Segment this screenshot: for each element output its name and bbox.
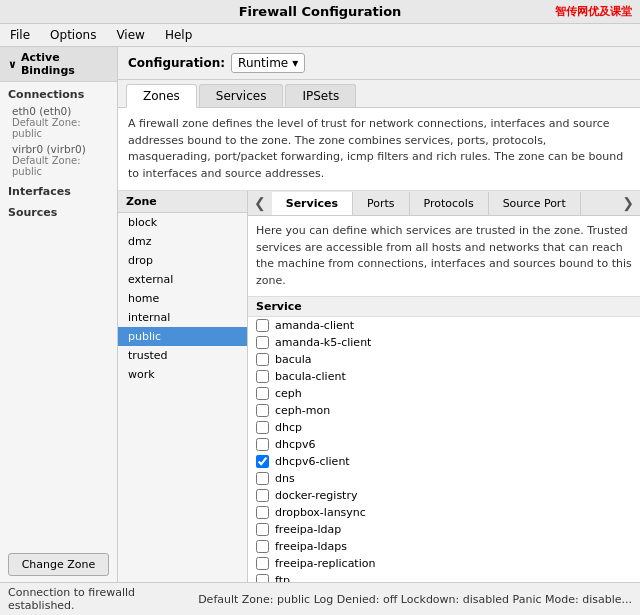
config-bar: Configuration: Runtime ▾	[118, 47, 640, 80]
zone-item[interactable]: internal	[118, 308, 247, 327]
zone-item[interactable]: block	[118, 213, 247, 232]
service-checkbox[interactable]	[256, 489, 269, 502]
service-item[interactable]: amanda-k5-client	[248, 334, 640, 351]
dropdown-arrow-icon: ▾	[292, 56, 298, 70]
config-dropdown[interactable]: Runtime ▾	[231, 53, 305, 73]
zone-item[interactable]: public	[118, 327, 247, 346]
service-item[interactable]: dhcp	[248, 419, 640, 436]
service-item[interactable]: bacula-client	[248, 368, 640, 385]
services-panel: ❮ Services Ports Protocols Source Port ❯…	[248, 191, 640, 582]
service-checkbox[interactable]	[256, 336, 269, 349]
titlebar: Firewall Configuration 智传网优及课堂	[0, 0, 640, 24]
sidebar-connections-title: Connections	[0, 82, 117, 103]
service-checkbox[interactable]	[256, 438, 269, 451]
service-label: dns	[275, 472, 295, 485]
services-tabs: ❮ Services Ports Protocols Source Port ❯	[248, 191, 640, 216]
service-item[interactable]: dns	[248, 470, 640, 487]
main-tabs: Zones Services IPSets	[118, 80, 640, 108]
service-item[interactable]: dhcpv6-client	[248, 453, 640, 470]
menu-file[interactable]: File	[4, 26, 36, 44]
service-item[interactable]: freeipa-ldaps	[248, 538, 640, 555]
service-item[interactable]: bacula	[248, 351, 640, 368]
services-tab-source-port[interactable]: Source Port	[489, 192, 581, 215]
sidebar-item-eth0[interactable]: eth0 (eth0) Default Zone: public	[0, 103, 117, 141]
service-label: bacula-client	[275, 370, 346, 383]
zone-item[interactable]: external	[118, 270, 247, 289]
service-checkbox[interactable]	[256, 574, 269, 582]
config-label: Configuration:	[128, 56, 225, 70]
service-label: ceph	[275, 387, 302, 400]
menu-options[interactable]: Options	[44, 26, 102, 44]
menu-view[interactable]: View	[110, 26, 150, 44]
tab-zones[interactable]: Zones	[126, 84, 197, 108]
service-label: bacula	[275, 353, 312, 366]
menu-help[interactable]: Help	[159, 26, 198, 44]
zone-item[interactable]: dmz	[118, 232, 247, 251]
service-item[interactable]: freeipa-replication	[248, 555, 640, 572]
zones-description: A firewall zone defines the level of tru…	[118, 108, 640, 191]
menubar: File Options View Help	[0, 24, 640, 47]
statusbar: Connection to firewalld established. Def…	[0, 582, 640, 615]
status-left: Connection to firewalld established.	[8, 586, 194, 612]
sidebar: ∨ Active Bindings Connections eth0 (eth0…	[0, 47, 118, 582]
nav-right-icon[interactable]: ❯	[616, 191, 640, 215]
main-area: ∨ Active Bindings Connections eth0 (eth0…	[0, 47, 640, 582]
nav-left-icon[interactable]: ❮	[248, 191, 272, 215]
service-label: dhcpv6	[275, 438, 316, 451]
service-label: freeipa-replication	[275, 557, 375, 570]
service-checkbox[interactable]	[256, 421, 269, 434]
service-label: ftp	[275, 574, 290, 582]
config-value: Runtime	[238, 56, 288, 70]
service-item[interactable]: docker-registry	[248, 487, 640, 504]
service-checkbox[interactable]	[256, 353, 269, 366]
sidebar-header: ∨ Active Bindings	[0, 47, 117, 82]
zone-item[interactable]: work	[118, 365, 247, 384]
service-label: docker-registry	[275, 489, 357, 502]
tab-services[interactable]: Services	[199, 84, 284, 107]
service-item[interactable]: ceph-mon	[248, 402, 640, 419]
service-list-header: Service	[248, 297, 640, 317]
sidebar-item-virbr0[interactable]: virbr0 (virbr0) Default Zone: public	[0, 141, 117, 179]
zone-list-header: Zone	[118, 191, 247, 213]
service-checkbox[interactable]	[256, 404, 269, 417]
service-item[interactable]: freeipa-ldap	[248, 521, 640, 538]
service-checkbox[interactable]	[256, 540, 269, 553]
service-checkbox[interactable]	[256, 506, 269, 519]
service-item[interactable]: amanda-client	[248, 317, 640, 334]
sidebar-header-label: Active Bindings	[21, 51, 109, 77]
content-area: Configuration: Runtime ▾ Zones Services …	[118, 47, 640, 582]
service-item[interactable]: ceph	[248, 385, 640, 402]
service-label: freeipa-ldap	[275, 523, 341, 536]
zone-list-panel: Zone blockdmzdropexternalhomeinternalpub…	[118, 191, 248, 582]
service-item[interactable]: dropbox-lansync	[248, 504, 640, 521]
change-zone-button[interactable]: Change Zone	[8, 553, 109, 576]
zone-content: Zone blockdmzdropexternalhomeinternalpub…	[118, 191, 640, 582]
service-item[interactable]: dhcpv6	[248, 436, 640, 453]
service-label: ceph-mon	[275, 404, 330, 417]
service-checkbox[interactable]	[256, 370, 269, 383]
watermark: 智传网优及课堂	[555, 4, 632, 19]
service-checkbox[interactable]	[256, 557, 269, 570]
service-checkbox[interactable]	[256, 523, 269, 536]
service-checkbox[interactable]	[256, 387, 269, 400]
services-tab-services[interactable]: Services	[272, 192, 353, 215]
zone-item[interactable]: trusted	[118, 346, 247, 365]
zone-list: blockdmzdropexternalhomeinternalpublictr…	[118, 213, 247, 384]
services-tab-ports[interactable]: Ports	[353, 192, 410, 215]
tab-ipsets[interactable]: IPSets	[285, 84, 356, 107]
window-title: Firewall Configuration	[239, 4, 402, 19]
service-item[interactable]: ftp	[248, 572, 640, 582]
service-checkbox[interactable]	[256, 319, 269, 332]
services-description: Here you can define which services are t…	[248, 216, 640, 297]
service-label: dropbox-lansync	[275, 506, 366, 519]
service-label: dhcpv6-client	[275, 455, 350, 468]
zone-item[interactable]: drop	[118, 251, 247, 270]
services-list: amanda-clientamanda-k5-clientbaculabacul…	[248, 317, 640, 582]
chevron-down-icon: ∨	[8, 58, 17, 71]
services-tab-protocols[interactable]: Protocols	[410, 192, 489, 215]
zone-item[interactable]: home	[118, 289, 247, 308]
service-label: dhcp	[275, 421, 302, 434]
service-label: amanda-k5-client	[275, 336, 371, 349]
service-checkbox[interactable]	[256, 472, 269, 485]
service-checkbox[interactable]	[256, 455, 269, 468]
